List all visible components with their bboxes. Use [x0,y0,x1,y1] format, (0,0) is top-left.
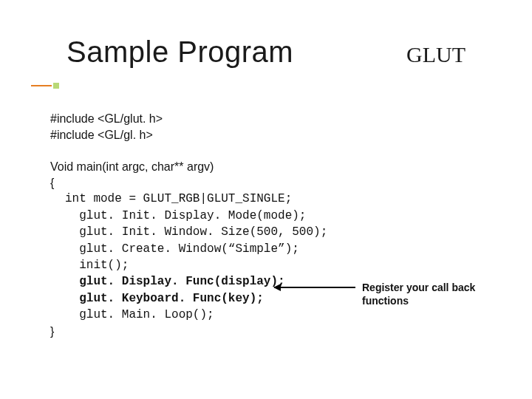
code-line: init(); [79,259,129,272]
brand-label: GLUT [406,42,488,67]
code-line: glut. Init. Display. Mode(mode); [79,209,306,222]
callout-text: Register your call back functions [362,281,510,307]
include-line: #include <GL/gl. h> [50,127,327,143]
include-line: #include <GL/glut. h> [50,111,327,127]
code-line-highlight: glut. Keyboard. Func(key); [79,292,264,305]
accent-underline [31,85,52,86]
code-line: glut. Create. Window(“Simple”); [79,242,299,256]
code-line: int mode = GLUT_RGB|GLUT_SINGLE; [65,192,292,205]
open-brace: { [50,175,327,191]
accent-square [53,83,59,89]
code-line: glut. Main. Loop(); [79,308,214,321]
main-signature: Void main(int argc, char** argv) [50,159,327,175]
slide-body: #include <GL/glut. h> #include <GL/gl. h… [50,111,327,339]
code-line-highlight: glut. Display. Func(display); [79,275,284,288]
slide-title: Sample Program [66,35,293,69]
arrow-annotation [274,287,355,288]
close-brace: } [50,324,327,340]
code-line: glut. Init. Window. Size(500, 500); [79,225,327,239]
code-block: int mode = GLUT_RGB|GLUT_SINGLE; glut. I… [65,191,327,323]
